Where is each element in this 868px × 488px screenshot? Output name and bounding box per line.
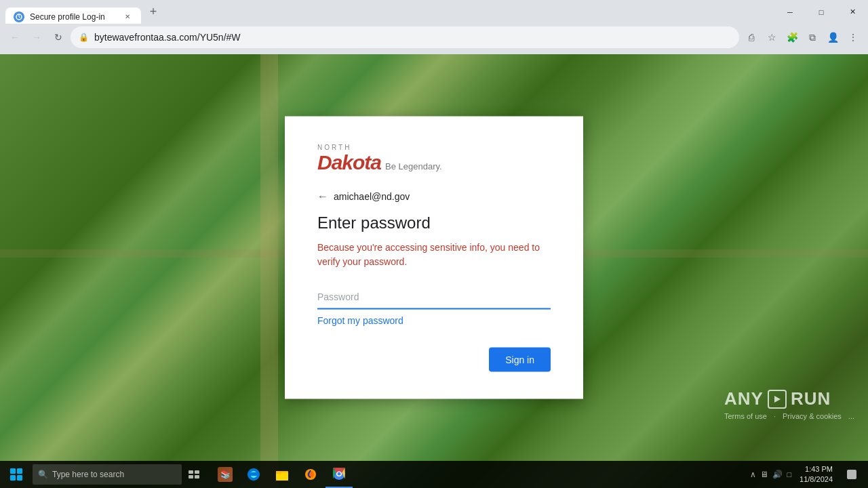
more-dots[interactable]: ... [848,412,854,420]
terms-link[interactable]: Terms of use [724,412,767,420]
taskbar-search[interactable]: 🔍 Type here to search [33,464,182,485]
volume-icon[interactable]: 🔊 [772,470,783,479]
battery-icon: □ [787,470,791,479]
taskbar-app-library[interactable]: 📚 [212,461,239,488]
nd-dakota-label: Dakota [317,151,381,174]
taskbar-clock[interactable]: 1:43 PM 11/8/2024 [794,464,838,485]
maximize-button[interactable]: □ [806,0,837,24]
sign-in-button[interactable]: Sign in [489,348,551,372]
anyrun-watermark: ANY RUN Terms of use · Privacy & cookies… [724,388,854,420]
anyrun-run-text: RUN [791,388,831,409]
menu-button[interactable]: ⋮ [844,28,863,47]
explorer-app-icon [275,467,290,482]
tab-title: Secure profile Log-in [30,12,117,22]
link-separator: · [774,412,776,420]
nd-logo: NORTH Dakota Be Legendary. [317,144,551,174]
tab-bar: Secure profile Log-in ✕ + ─ □ ✕ [0,0,868,24]
taskbar-app-chrome[interactable] [326,461,353,488]
taskbar-app-edge[interactable] [240,461,267,488]
library-app-icon: 📚 [218,467,233,482]
anyrun-play-icon [768,390,787,409]
dialog-footer: Sign in [317,348,551,372]
network-icon[interactable]: 🖥 [760,470,768,479]
lock-icon: 🔒 [79,33,89,42]
svg-rect-5 [195,475,199,479]
nd-north-label: NORTH [317,144,551,151]
firefox-app-icon [303,467,318,482]
extensions-button[interactable]: 🧩 [783,28,802,47]
privacy-link[interactable]: Privacy & cookies [783,412,842,420]
dialog-title: Enter password [317,214,551,232]
svg-rect-15 [847,470,856,479]
back-arrow-icon[interactable]: ← [317,190,328,203]
chrome-app-icon [332,466,347,481]
svg-rect-4 [189,475,193,479]
forgot-password-link[interactable]: Forgot my password [317,315,551,326]
minimize-button[interactable]: ─ [774,0,806,24]
nd-tagline-label: Be Legendary. [385,161,442,171]
browser-frame: Secure profile Log-in ✕ + ─ □ ✕ ← → ↻ 🔒 … [0,0,868,54]
forward-button[interactable]: → [27,28,46,47]
svg-rect-3 [195,470,199,474]
svg-rect-8 [276,471,281,474]
system-tray: ∧ 🖥 🔊 □ [750,470,791,479]
split-view-button[interactable]: ⧉ [803,28,822,47]
taskbar-app-explorer[interactable] [269,461,296,488]
taskbar-search-text: Type here to search [52,470,124,479]
taskbar-right: ∧ 🖥 🔊 □ 1:43 PM 11/8/2024 [750,461,868,488]
user-email: amichael@nd.gov [334,191,410,202]
taskbar-app-firefox[interactable] [297,461,324,488]
svg-marker-1 [774,396,781,403]
bookmark-button[interactable]: ☆ [762,28,781,47]
edge-app-icon [246,467,261,482]
anyrun-text: ANY [724,388,764,409]
back-button[interactable]: ← [5,28,24,47]
browser-actions: ⎙ ☆ 🧩 ⧉ 👤 ⋮ [742,28,863,47]
up-arrow-icon[interactable]: ∧ [750,470,756,479]
svg-rect-2 [189,470,193,474]
profile-button[interactable]: 👤 [823,28,842,47]
taskbar-search-icon: 🔍 [38,470,48,479]
start-button[interactable] [0,461,33,488]
taskbar-time: 1:43 PM [800,464,833,474]
anyrun-links: Terms of use · Privacy & cookies ... [724,412,854,420]
url-bar[interactable]: 🔒 bytewavefrontaa.sa.com/YU5n/#W [71,26,739,48]
tab-close-button[interactable]: ✕ [122,12,133,22]
new-tab-button[interactable]: + [144,3,163,22]
url-text: bytewavefrontaa.sa.com/YU5n/#W [94,32,731,43]
password-input[interactable] [317,285,551,310]
back-email-row: ← amichael@nd.gov [317,190,551,203]
window-controls: ─ □ ✕ [774,0,868,24]
warning-message: Because you're accessing sensitive info,… [317,241,551,269]
taskbar-apps: 📚 [212,461,353,488]
login-dialog: NORTH Dakota Be Legendary. ← amichael@nd… [285,117,583,399]
tab-favicon [14,12,24,22]
address-bar-row: ← → ↻ 🔒 bytewavefrontaa.sa.com/YU5n/#W ⎙… [0,24,868,51]
nd-dakota-row: Dakota Be Legendary. [317,151,551,174]
reload-button[interactable]: ↻ [49,28,68,47]
task-view-button[interactable] [182,461,206,488]
taskbar-date: 11/8/2024 [800,474,833,485]
notification-button[interactable] [841,461,863,488]
svg-point-14 [338,472,341,476]
content-area: ANY RUN Terms of use · Privacy & cookies… [0,54,868,461]
taskbar: 🔍 Type here to search 📚 [0,461,868,488]
start-icon [10,468,22,481]
share-button[interactable]: ⎙ [742,28,761,47]
close-button[interactable]: ✕ [837,0,868,24]
